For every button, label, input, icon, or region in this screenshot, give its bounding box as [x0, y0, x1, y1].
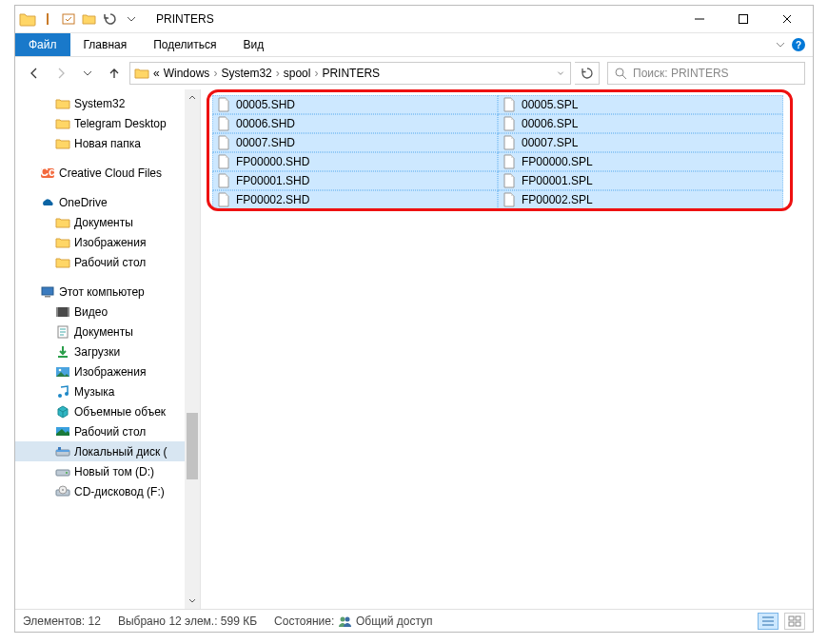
file-item[interactable]: FP00000.SPL: [498, 152, 783, 171]
qat-new-folder-icon[interactable]: [82, 11, 97, 27]
nav-recent-button[interactable]: [76, 62, 99, 85]
file-item[interactable]: FP00001.SPL: [498, 171, 783, 190]
file-item[interactable]: 00005.SPL: [498, 95, 783, 114]
nav-item-label: Видео: [74, 305, 108, 319]
svg-rect-1: [63, 14, 74, 24]
file-item[interactable]: 00006.SPL: [498, 114, 783, 133]
status-bar: Элементов: 12 Выбрано 12 элем.: 599 КБ С…: [15, 609, 813, 632]
nav-item-15[interactable]: Изображения: [15, 361, 200, 381]
minimize-button[interactable]: [678, 6, 721, 33]
refresh-button[interactable]: [575, 62, 600, 85]
svg-point-3: [616, 68, 623, 76]
nav-item-label: Новая папка: [74, 137, 141, 150]
maximize-button[interactable]: [721, 6, 765, 33]
crumb-0[interactable]: Windows›: [164, 67, 218, 80]
nav-item-label: Изображения: [74, 236, 146, 249]
content-area[interactable]: 00005.SHD00006.SHD00007.SHDFP00000.SHDFP…: [201, 89, 813, 609]
address-folder-icon: [134, 67, 149, 80]
crumb-2[interactable]: spool›: [284, 67, 319, 80]
svg-point-25: [340, 616, 345, 621]
close-button[interactable]: [765, 6, 809, 33]
svg-rect-18: [56, 450, 69, 452]
qat-divider-icon: [40, 11, 55, 27]
nav-item-8[interactable]: Изображения: [15, 232, 200, 252]
search-input[interactable]: Поиск: PRINTERS: [607, 62, 805, 85]
svg-rect-10: [68, 307, 69, 317]
file-name: 00007.SPL: [522, 136, 578, 149]
svg-point-13: [59, 368, 62, 371]
nav-item-label: Creative Cloud Files: [59, 166, 162, 180]
nav-item-21[interactable]: CD-дисковод (F:): [15, 481, 200, 501]
nav-scrollbar[interactable]: [185, 89, 200, 609]
tab-share[interactable]: Поделиться: [140, 33, 229, 56]
nav-item-12[interactable]: Видео: [15, 302, 200, 322]
file-name: 00006.SHD: [236, 117, 295, 130]
file-item[interactable]: 00007.SHD: [212, 133, 498, 152]
qat-undo-icon[interactable]: [103, 11, 118, 27]
nav-item-4[interactable]: CcCreative Cloud Files: [15, 163, 200, 183]
nav-item-16[interactable]: Музыка: [15, 381, 200, 401]
ribbon-tabs: Файл Главная Поделиться Вид ?: [15, 33, 813, 57]
nav-item-9[interactable]: Рабочий стол: [15, 252, 200, 272]
explorer-window: PRINTERS Файл Главная Поделиться Вид ? «…: [14, 5, 814, 633]
nav-item-label: Рабочий стол: [74, 425, 146, 439]
nav-item-20[interactable]: Новый том (D:): [15, 461, 200, 481]
nav-item-18[interactable]: Рабочий стол: [15, 421, 200, 441]
tab-file[interactable]: Файл: [15, 33, 70, 56]
crumb-3[interactable]: PRINTERS: [322, 67, 380, 80]
nav-up-button[interactable]: [103, 62, 126, 85]
nav-item-2[interactable]: Новая папка: [15, 133, 200, 153]
qat-dropdown-icon[interactable]: [124, 11, 139, 27]
nav-item-17[interactable]: Объемные объек: [15, 401, 200, 421]
titlebar: PRINTERS: [15, 6, 813, 33]
svg-point-26: [345, 616, 349, 621]
nav-back-button[interactable]: [23, 62, 46, 85]
file-item[interactable]: FP00000.SHD: [212, 152, 498, 171]
qat-properties-icon[interactable]: [61, 11, 76, 27]
file-item[interactable]: 00005.SHD: [212, 95, 498, 114]
scrollbar-thumb[interactable]: [187, 413, 198, 479]
nav-item-label: Telegram Desktop: [74, 117, 167, 130]
file-name: 00005.SPL: [522, 98, 578, 111]
tab-view[interactable]: Вид: [229, 33, 277, 56]
file-item[interactable]: FP00002.SHD: [212, 190, 498, 209]
svg-rect-27: [789, 616, 794, 620]
search-placeholder: Поиск: PRINTERS: [633, 67, 729, 80]
view-large-button[interactable]: [784, 613, 805, 630]
crumb-1[interactable]: System32›: [221, 67, 279, 80]
tab-home[interactable]: Главная: [70, 33, 141, 56]
address-bar[interactable]: « Windows› System32› spool› PRINTERS: [129, 62, 571, 85]
nav-item-19[interactable]: Локальный диск (: [15, 441, 200, 461]
svg-point-14: [58, 394, 62, 398]
file-name: FP00001.SPL: [522, 174, 593, 187]
nav-item-11[interactable]: Этот компьютер: [15, 282, 200, 302]
svg-point-21: [66, 472, 68, 474]
ribbon-expand-icon[interactable]: [775, 39, 786, 50]
scroll-up-icon[interactable]: [185, 89, 200, 105]
file-item[interactable]: 00007.SPL: [498, 133, 783, 152]
nav-item-1[interactable]: Telegram Desktop: [15, 113, 200, 133]
nav-forward-button[interactable]: [49, 62, 72, 85]
file-column-2: 00005.SPL00006.SPL00007.SPLFP00000.SPLFP…: [498, 95, 783, 209]
address-bar-row: « Windows› System32› spool› PRINTERS Пои…: [15, 57, 813, 89]
address-dropdown-icon[interactable]: [555, 68, 566, 79]
nav-item-7[interactable]: Документы: [15, 212, 200, 232]
file-item[interactable]: FP00001.SHD: [212, 171, 498, 190]
nav-item-14[interactable]: Загрузки: [15, 342, 200, 361]
svg-rect-8: [56, 307, 69, 317]
file-name: FP00000.SHD: [236, 155, 309, 168]
help-icon[interactable]: ?: [792, 38, 805, 51]
view-details-button[interactable]: [758, 613, 779, 630]
svg-rect-0: [47, 13, 49, 25]
file-name: 00006.SPL: [522, 117, 578, 130]
nav-item-label: CD-дисковод (F:): [74, 485, 165, 498]
svg-rect-29: [789, 622, 794, 626]
file-item[interactable]: FP00002.SPL: [498, 190, 783, 209]
scroll-down-icon[interactable]: [185, 594, 200, 609]
file-item[interactable]: 00006.SHD: [212, 114, 498, 133]
nav-item-0[interactable]: System32: [15, 93, 200, 113]
nav-item-13[interactable]: Документы: [15, 322, 200, 342]
window-title: PRINTERS: [156, 12, 214, 26]
crumb-prefix: «: [153, 67, 160, 80]
nav-item-6[interactable]: OneDrive: [15, 192, 200, 212]
